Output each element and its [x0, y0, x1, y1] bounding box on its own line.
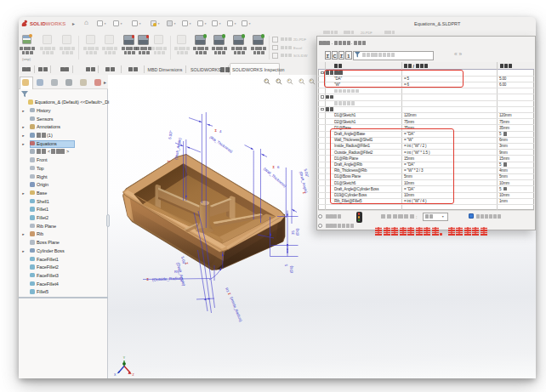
svg-text:35: 35: [291, 230, 295, 235]
svg-text:(D1): (D1): [295, 228, 299, 236]
svg-text:5.00°: 5.00°: [168, 130, 173, 139]
svg-text:Z: Z: [133, 373, 135, 377]
svg-text:(Draft_Angle): (Draft_Angle): [176, 262, 186, 287]
svg-text:(Wall_Thickness): (Wall_Thickness): [263, 167, 287, 189]
svg-text:5: 5: [284, 264, 288, 266]
svg-text:Σ: Σ: [215, 128, 218, 133]
svg-text:Y: Y: [123, 356, 126, 360]
svg-text:X: X: [114, 373, 117, 377]
svg-text:Σ: Σ: [167, 159, 171, 162]
svg-text:4: 4: [219, 129, 222, 134]
svg-text:R9: R9: [174, 270, 179, 274]
svg-text:Σ: Σ: [273, 165, 276, 169]
svg-text:(D1): (D1): [289, 265, 293, 273]
svg-text:(Rib_Thickness): (Rib_Thickness): [208, 135, 234, 154]
svg-text:Σ: Σ: [227, 293, 232, 297]
svg-text:Σ: Σ: [185, 262, 190, 265]
svg-text:6: 6: [277, 165, 280, 169]
svg-text:Σ: Σ: [302, 191, 307, 195]
svg-text:(Inside_Radius): (Inside_Radius): [230, 297, 243, 323]
